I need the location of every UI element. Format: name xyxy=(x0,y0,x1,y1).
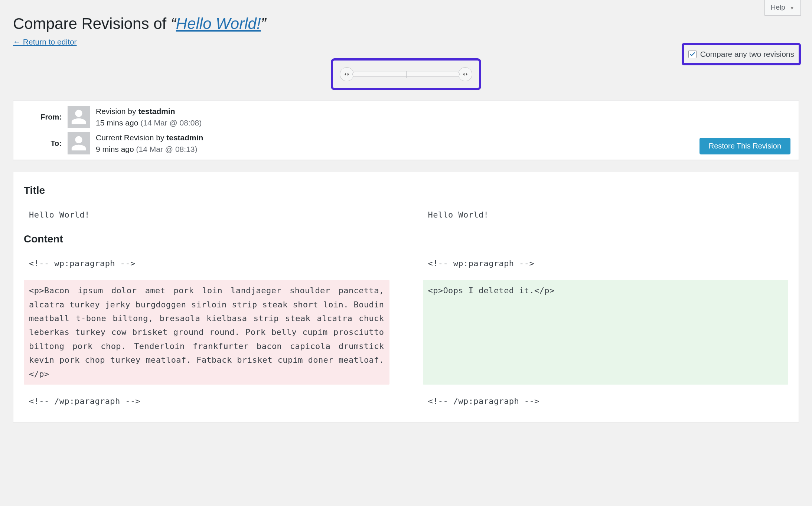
title-section-heading: Title xyxy=(24,183,788,198)
content-left-open-tag: <!-- wp:paragraph --> xyxy=(24,256,389,271)
title-right-value: Hello World! xyxy=(423,207,789,222)
content-open-tag-row: <!-- wp:paragraph --> <!-- wp:paragraph … xyxy=(24,256,788,271)
from-label: From: xyxy=(22,111,62,123)
revision-meta-card: From: Revision by testadmin 15 mins ago … xyxy=(13,101,799,160)
content-close-tag-row: <!-- /wp:paragraph --> <!-- /wp:paragrap… xyxy=(24,394,788,409)
content-right-open-tag: <!-- wp:paragraph --> xyxy=(423,256,789,271)
from-revision-prefix: Revision by xyxy=(96,107,138,115)
revision-from-row: From: Revision by testadmin 15 mins ago … xyxy=(22,104,790,130)
avatar xyxy=(68,132,90,154)
arrow-left-right-icon xyxy=(344,72,349,76)
title-right-column: Hello World! xyxy=(423,207,789,222)
to-absolute-time: (14 Mar @ 08:13) xyxy=(136,145,198,153)
content-left-body-removed: <p>Bacon ipsum dolor amet pork loin land… xyxy=(24,280,389,385)
revision-slider xyxy=(331,58,481,90)
to-text: Current Revision by testadmin 9 mins ago… xyxy=(96,132,203,155)
to-relative-time: 9 mins ago xyxy=(96,145,136,153)
to-author: testadmin xyxy=(166,133,203,142)
slider-prev-button[interactable] xyxy=(340,67,354,81)
page-title: Compare Revisions of “Hello World!” xyxy=(13,12,799,35)
content-body-row: <p>Bacon ipsum dolor amet pork loin land… xyxy=(24,280,788,385)
content-right-body-added: <p>Oops I deleted it.</p> xyxy=(423,280,789,385)
restore-revision-button[interactable]: Restore This Revision xyxy=(700,138,790,154)
avatar xyxy=(68,106,90,128)
title-diff-columns: Hello World! Hello World! xyxy=(24,207,788,222)
compare-any-two-revisions-option[interactable]: Compare any two revisions xyxy=(682,43,801,65)
user-icon xyxy=(70,135,87,152)
return-to-editor-link[interactable]: ← Return to editor xyxy=(13,36,77,48)
quote-close: ” xyxy=(261,15,266,32)
chevron-down-icon: ▼ xyxy=(789,5,795,11)
slider-tick xyxy=(406,71,407,78)
compare-any-checkbox[interactable] xyxy=(688,50,697,58)
from-absolute-time: (14 Mar @ 08:08) xyxy=(140,118,202,127)
help-label: Help xyxy=(771,3,785,11)
diff-card: Title Hello World! Hello World! Content … xyxy=(13,172,799,422)
user-icon xyxy=(70,108,87,125)
to-revision-prefix: Current Revision by xyxy=(96,133,166,142)
compare-any-label: Compare any two revisions xyxy=(700,48,794,60)
from-text: Revision by testadmin 15 mins ago (14 Ma… xyxy=(96,105,202,129)
checkmark-icon xyxy=(689,51,696,58)
content-section-heading: Content xyxy=(24,231,788,247)
post-title-link[interactable]: Hello World! xyxy=(176,15,261,32)
help-tab[interactable]: Help ▼ xyxy=(764,0,801,16)
page-title-prefix: Compare Revisions of xyxy=(13,15,171,32)
content-right-close-tag: <!-- /wp:paragraph --> xyxy=(423,394,789,409)
content-left-close-tag: <!-- /wp:paragraph --> xyxy=(24,394,389,409)
from-author: testadmin xyxy=(138,107,175,115)
from-relative-time: 15 mins ago xyxy=(96,118,140,127)
to-label: To: xyxy=(22,138,62,149)
slider-next-button[interactable] xyxy=(458,67,472,81)
quote-open: “ xyxy=(171,15,176,32)
arrow-left-right-icon xyxy=(463,72,468,76)
revision-to-row: To: Current Revision by testadmin 9 mins… xyxy=(22,130,790,157)
title-left-value: Hello World! xyxy=(24,207,389,222)
slider-track[interactable] xyxy=(352,72,460,77)
title-left-column: Hello World! xyxy=(24,207,389,222)
